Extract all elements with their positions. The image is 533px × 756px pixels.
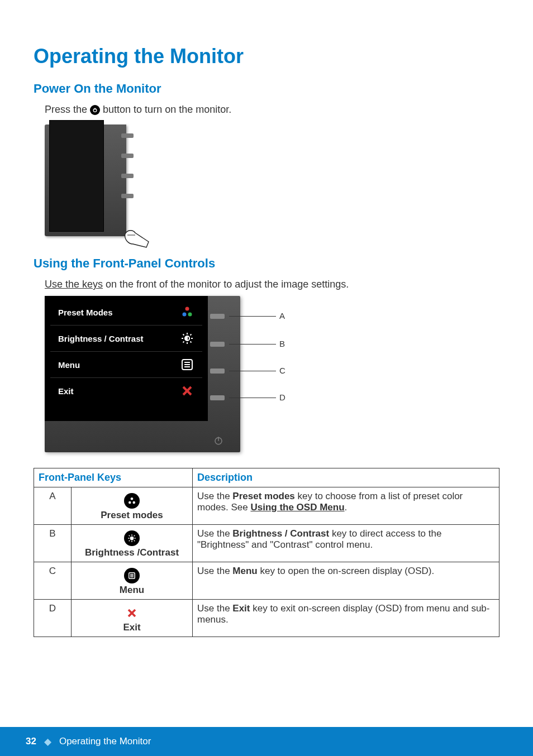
row-desc: Use the Exit key to exit on-screen displ… xyxy=(193,600,499,637)
row-desc: Use the Brightness / Contrast key to dir… xyxy=(193,525,499,562)
svg-point-2 xyxy=(185,307,189,311)
power-indicator-icon xyxy=(212,434,225,447)
footer-separator-icon: ◆ xyxy=(44,736,51,748)
menu-icon xyxy=(180,357,194,372)
table-row: B Brightness /Contrast Use the Brightnes… xyxy=(34,525,499,562)
row-letter: A xyxy=(34,487,72,525)
row-key: Exit xyxy=(72,600,193,637)
power-icon xyxy=(90,105,100,115)
svg-point-17 xyxy=(130,537,133,539)
row-key-label: Menu xyxy=(120,585,144,595)
page-number: 32 xyxy=(26,736,36,747)
monitor-corner-illustration xyxy=(45,120,134,243)
row-desc: Use the Menu key to open the on-screen d… xyxy=(193,562,499,600)
section-heading-power: Power On the Monitor xyxy=(34,82,499,96)
page-title: Operating the Monitor xyxy=(34,45,499,68)
osd-row-bc: Brightness / Contrast xyxy=(50,326,202,352)
power-text-before: Press the xyxy=(45,104,90,115)
table-row: D Exit Use the Exit key to exit on-scree… xyxy=(34,600,499,637)
osd-label-preset: Preset Modes xyxy=(58,308,113,317)
exit-x-icon xyxy=(180,384,194,398)
leader-label-b: B xyxy=(279,339,285,348)
preset-modes-icon xyxy=(180,305,194,319)
osd-label-menu: Menu xyxy=(58,360,80,370)
svg-point-3 xyxy=(183,313,187,317)
brightness-icon xyxy=(180,331,194,346)
row-key-label: Preset modes xyxy=(101,510,163,520)
row-key-label: Exit xyxy=(123,622,140,633)
frontpanel-rest: on the front of the monitor to adjust th… xyxy=(103,279,349,290)
osd-menu-link[interactable]: Using the OSD Menu xyxy=(250,502,344,513)
power-text-after: button to turn on the monitor. xyxy=(103,104,231,115)
leader-label-c: C xyxy=(279,366,285,375)
osd-label-exit: Exit xyxy=(58,386,74,396)
svg-point-16 xyxy=(133,501,136,504)
brightness-icon xyxy=(124,530,140,546)
table-header-desc: Description xyxy=(193,468,499,487)
use-the-keys-link[interactable]: Use the keys xyxy=(45,279,103,290)
leader-label-d: D xyxy=(279,393,285,402)
footer-title: Operating the Monitor xyxy=(59,736,151,747)
row-letter: C xyxy=(34,562,72,600)
frontpanel-keys-table: Front-Panel Keys Description A Preset mo… xyxy=(34,468,499,637)
preset-modes-icon xyxy=(124,493,140,509)
frontpanel-paragraph: Use the keys on the front of the monitor… xyxy=(45,279,499,290)
osd-illustration: Preset Modes Brightness / Contrast Menu … xyxy=(45,296,285,458)
svg-point-15 xyxy=(129,501,131,504)
exit-x-icon xyxy=(124,605,140,621)
osd-row-menu: Menu xyxy=(50,352,202,378)
leader-label-a: A xyxy=(279,311,285,320)
svg-point-14 xyxy=(131,497,134,500)
osd-label-bc: Brightness / Contrast xyxy=(58,334,144,343)
section-heading-frontpanel: Using the Front-Panel Controls xyxy=(34,256,499,271)
pointing-hand-icon xyxy=(122,225,153,251)
table-row: C Menu Use the Menu key to open the on-s… xyxy=(34,562,499,600)
menu-icon xyxy=(124,568,140,583)
svg-point-4 xyxy=(188,313,192,317)
row-key-label: Brightness /Contrast xyxy=(85,547,179,558)
power-paragraph: Press the button to turn on the monitor. xyxy=(45,104,499,116)
row-letter: D xyxy=(34,600,72,637)
row-key: Brightness /Contrast xyxy=(72,525,193,562)
row-letter: B xyxy=(34,525,72,562)
table-row: A Preset modes Use the Preset modes key … xyxy=(34,487,499,525)
row-desc: Use the Preset modes key to choose from … xyxy=(193,487,499,525)
row-key: Menu xyxy=(72,562,193,600)
osd-row-exit: Exit xyxy=(50,378,202,404)
row-key: Preset modes xyxy=(72,487,193,525)
table-header-keys: Front-Panel Keys xyxy=(34,468,193,487)
page-footer: 32 ◆ Operating the Monitor xyxy=(0,727,533,756)
osd-row-preset: Preset Modes xyxy=(50,299,202,326)
